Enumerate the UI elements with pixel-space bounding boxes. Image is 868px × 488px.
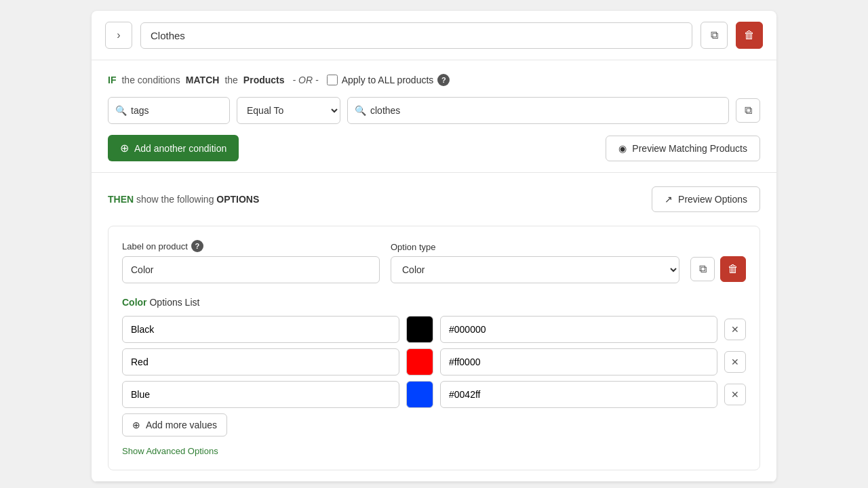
remove-red-button[interactable]: ✕ <box>724 351 746 373</box>
then-section: THEN show the following OPTIONS ↗ Previe… <box>92 173 776 482</box>
field-input[interactable] <box>131 105 222 116</box>
color-hex-black[interactable] <box>440 316 717 343</box>
add-condition-label: Add another condition <box>134 143 226 154</box>
products-label: Products <box>243 75 285 85</box>
show-advanced-link[interactable]: Show Advanced Options <box>122 446 218 456</box>
card-actions: ⧉ 🗑 <box>690 256 746 283</box>
action-row: ⊕ Add another condition ◉ Preview Matchi… <box>108 135 760 161</box>
copy-condition-button[interactable]: ⧉ <box>736 98 760 123</box>
show-advanced-label: Show Advanced Options <box>122 446 218 456</box>
color-swatch-blue[interactable] <box>406 381 433 408</box>
option-card-header: Label on product ? Option type Color Tex… <box>122 240 746 283</box>
close-black-icon: ✕ <box>731 324 739 335</box>
trash-card-icon: 🗑 <box>728 263 738 275</box>
preview-matching-button[interactable]: ◉ Preview Matching Products <box>606 136 760 161</box>
trash-icon: 🗑 <box>744 29 755 41</box>
color-hex-blue[interactable] <box>440 381 717 408</box>
chevron-icon: › <box>117 29 120 41</box>
opts-color: Color <box>122 297 147 308</box>
label-input[interactable] <box>122 256 380 283</box>
color-options-list: ✕ ✕ ✕ <box>122 316 746 408</box>
color-name-black[interactable] <box>122 316 399 343</box>
apply-all-help-icon[interactable]: ? <box>437 74 450 86</box>
the-conditions-label: the conditions <box>121 75 180 85</box>
value-search-icon: 🔍 <box>355 105 366 116</box>
external-link-icon: ↗ <box>665 194 673 205</box>
delete-title-button[interactable]: 🗑 <box>736 22 763 49</box>
or-separator: - OR - <box>293 75 319 85</box>
copy-card-button[interactable]: ⧉ <box>690 257 715 281</box>
color-row-red: ✕ <box>122 348 746 375</box>
remove-black-button[interactable]: ✕ <box>724 319 746 340</box>
plus-more-icon: ⊕ <box>132 420 140 430</box>
label-field-label: Label on product ? <box>122 240 380 252</box>
close-red-icon: ✕ <box>731 357 739 367</box>
plus-circle-icon: ⊕ <box>120 142 129 155</box>
the2-label: the <box>224 75 237 85</box>
type-field-group: Option type Color Text Image Dropdown <box>391 242 679 283</box>
add-more-values-button[interactable]: ⊕ Add more values <box>122 413 227 436</box>
options-label-text: OPTIONS <box>216 194 259 205</box>
copy-title-button[interactable]: ⧉ <box>701 22 728 49</box>
main-container: › ⧉ 🗑 IF the conditions MATCH the Produc… <box>92 11 776 482</box>
match-label: MATCH <box>186 75 220 85</box>
apply-all-checkbox[interactable] <box>327 75 338 85</box>
color-row-black: ✕ <box>122 316 746 343</box>
color-swatch-black[interactable] <box>406 316 433 343</box>
apply-all-label: Apply to ALL products <box>342 75 434 85</box>
then-header: THEN show the following OPTIONS ↗ Previe… <box>108 186 760 212</box>
color-hex-red[interactable] <box>440 348 717 375</box>
option-card: Label on product ? Option type Color Tex… <box>108 226 760 470</box>
label-help-icon[interactable]: ? <box>191 240 203 252</box>
type-field-label: Option type <box>391 242 679 252</box>
value-input[interactable] <box>370 105 722 116</box>
operator-select[interactable]: Equal To Not Equal To Contains Does Not … <box>237 97 340 124</box>
value-search-wrap: 🔍 <box>347 97 729 124</box>
delete-card-button[interactable]: 🗑 <box>720 256 746 282</box>
label-field-group: Label on product ? <box>122 240 380 283</box>
title-input[interactable] <box>140 22 692 49</box>
preview-options-label: Preview Options <box>678 194 747 205</box>
then-title: THEN show the following OPTIONS <box>108 194 259 205</box>
color-swatch-red[interactable] <box>406 348 433 375</box>
color-name-red[interactable] <box>122 348 399 375</box>
color-name-blue[interactable] <box>122 381 399 408</box>
copy-card-icon: ⧉ <box>699 263 707 275</box>
preview-options-button[interactable]: ↗ Preview Options <box>652 186 760 212</box>
add-condition-button[interactable]: ⊕ Add another condition <box>108 135 239 161</box>
conditions-section: IF the conditions MATCH the Products - O… <box>92 60 776 173</box>
field-search-wrap: 🔍 <box>108 97 230 124</box>
close-blue-icon: ✕ <box>731 389 739 400</box>
show-text: show the following <box>134 194 216 205</box>
filter-row: 🔍 Equal To Not Equal To Contains Does No… <box>108 97 760 124</box>
copy-condition-icon: ⧉ <box>745 104 752 117</box>
options-list-title: Color Options List <box>122 297 746 308</box>
add-more-label: Add more values <box>146 420 217 430</box>
chevron-button[interactable]: › <box>105 22 132 49</box>
if-label: IF <box>108 75 116 85</box>
condition-header: IF the conditions MATCH the Products - O… <box>108 74 760 86</box>
field-search-icon: 🔍 <box>115 105 127 116</box>
remove-blue-button[interactable]: ✕ <box>724 384 746 405</box>
label-on-product-text: Label on product <box>122 241 188 251</box>
option-type-select[interactable]: Color Text Image Dropdown <box>391 256 679 283</box>
color-row-blue: ✕ <box>122 381 746 408</box>
top-bar: › ⧉ 🗑 <box>92 11 776 60</box>
apply-all-wrap: Apply to ALL products ? <box>327 74 450 86</box>
then-label: THEN <box>108 194 134 205</box>
preview-matching-label: Preview Matching Products <box>632 143 747 154</box>
eye-icon: ◉ <box>618 143 627 154</box>
copy-icon: ⧉ <box>711 29 718 41</box>
